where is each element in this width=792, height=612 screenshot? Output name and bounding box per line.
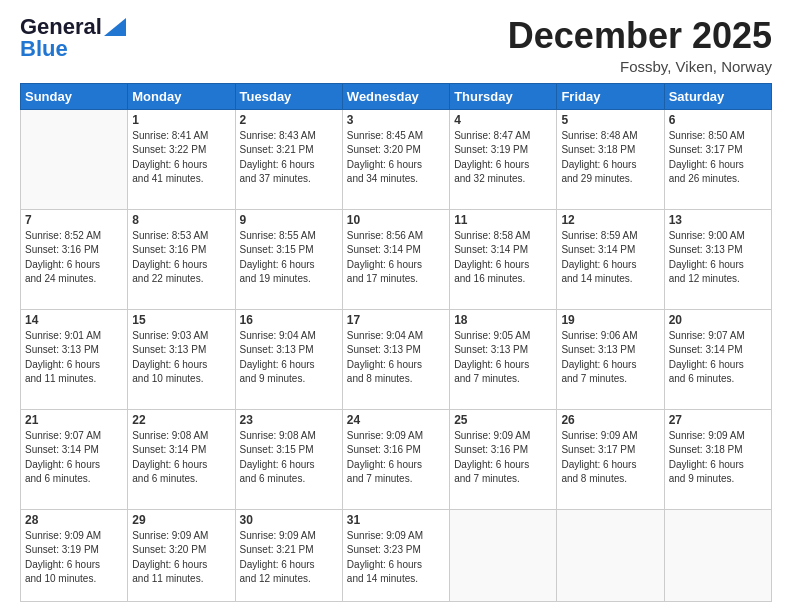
logo: General Blue: [20, 16, 126, 62]
day-number: 26: [561, 413, 659, 427]
day-detail: Sunrise: 9:09 AMSunset: 3:23 PMDaylight:…: [347, 529, 445, 587]
day-number: 15: [132, 313, 230, 327]
day-number: 10: [347, 213, 445, 227]
day-detail: Sunrise: 9:04 AMSunset: 3:13 PMDaylight:…: [347, 329, 445, 387]
day-number: 4: [454, 113, 552, 127]
table-row: 7Sunrise: 8:52 AMSunset: 3:16 PMDaylight…: [21, 209, 128, 309]
table-row: 21Sunrise: 9:07 AMSunset: 3:14 PMDayligh…: [21, 409, 128, 509]
day-number: 19: [561, 313, 659, 327]
day-number: 6: [669, 113, 767, 127]
day-detail: Sunrise: 8:43 AMSunset: 3:21 PMDaylight:…: [240, 129, 338, 187]
table-row: 5Sunrise: 8:48 AMSunset: 3:18 PMDaylight…: [557, 109, 664, 209]
day-detail: Sunrise: 9:07 AMSunset: 3:14 PMDaylight:…: [669, 329, 767, 387]
table-row: [21, 109, 128, 209]
day-number: 2: [240, 113, 338, 127]
day-detail: Sunrise: 9:03 AMSunset: 3:13 PMDaylight:…: [132, 329, 230, 387]
day-number: 5: [561, 113, 659, 127]
day-number: 24: [347, 413, 445, 427]
day-number: 17: [347, 313, 445, 327]
day-number: 18: [454, 313, 552, 327]
day-detail: Sunrise: 8:48 AMSunset: 3:18 PMDaylight:…: [561, 129, 659, 187]
table-row: 20Sunrise: 9:07 AMSunset: 3:14 PMDayligh…: [664, 309, 771, 409]
col-friday: Friday: [557, 83, 664, 109]
month-title: December 2025: [508, 16, 772, 56]
day-detail: Sunrise: 9:09 AMSunset: 3:20 PMDaylight:…: [132, 529, 230, 587]
day-number: 25: [454, 413, 552, 427]
day-number: 27: [669, 413, 767, 427]
day-number: 1: [132, 113, 230, 127]
day-detail: Sunrise: 8:50 AMSunset: 3:17 PMDaylight:…: [669, 129, 767, 187]
day-detail: Sunrise: 9:04 AMSunset: 3:13 PMDaylight:…: [240, 329, 338, 387]
day-detail: Sunrise: 9:09 AMSunset: 3:16 PMDaylight:…: [347, 429, 445, 487]
table-row: 13Sunrise: 9:00 AMSunset: 3:13 PMDayligh…: [664, 209, 771, 309]
table-row: 2Sunrise: 8:43 AMSunset: 3:21 PMDaylight…: [235, 109, 342, 209]
day-detail: Sunrise: 8:52 AMSunset: 3:16 PMDaylight:…: [25, 229, 123, 287]
day-detail: Sunrise: 8:59 AMSunset: 3:14 PMDaylight:…: [561, 229, 659, 287]
day-detail: Sunrise: 9:06 AMSunset: 3:13 PMDaylight:…: [561, 329, 659, 387]
table-row: 16Sunrise: 9:04 AMSunset: 3:13 PMDayligh…: [235, 309, 342, 409]
day-detail: Sunrise: 9:05 AMSunset: 3:13 PMDaylight:…: [454, 329, 552, 387]
day-detail: Sunrise: 8:45 AMSunset: 3:20 PMDaylight:…: [347, 129, 445, 187]
day-number: 29: [132, 513, 230, 527]
day-number: 28: [25, 513, 123, 527]
day-detail: Sunrise: 8:56 AMSunset: 3:14 PMDaylight:…: [347, 229, 445, 287]
table-row: 25Sunrise: 9:09 AMSunset: 3:16 PMDayligh…: [450, 409, 557, 509]
table-row: 19Sunrise: 9:06 AMSunset: 3:13 PMDayligh…: [557, 309, 664, 409]
logo-general: General: [20, 16, 102, 38]
col-monday: Monday: [128, 83, 235, 109]
table-row: 8Sunrise: 8:53 AMSunset: 3:16 PMDaylight…: [128, 209, 235, 309]
svg-marker-0: [104, 18, 126, 36]
day-detail: Sunrise: 8:47 AMSunset: 3:19 PMDaylight:…: [454, 129, 552, 187]
day-number: 31: [347, 513, 445, 527]
day-number: 3: [347, 113, 445, 127]
col-tuesday: Tuesday: [235, 83, 342, 109]
day-detail: Sunrise: 9:01 AMSunset: 3:13 PMDaylight:…: [25, 329, 123, 387]
table-row: [664, 509, 771, 601]
table-row: 24Sunrise: 9:09 AMSunset: 3:16 PMDayligh…: [342, 409, 449, 509]
day-number: 21: [25, 413, 123, 427]
table-row: [557, 509, 664, 601]
day-number: 30: [240, 513, 338, 527]
day-number: 7: [25, 213, 123, 227]
table-row: 30Sunrise: 9:09 AMSunset: 3:21 PMDayligh…: [235, 509, 342, 601]
header: General Blue December 2025 Fossby, Viken…: [20, 16, 772, 75]
table-row: 29Sunrise: 9:09 AMSunset: 3:20 PMDayligh…: [128, 509, 235, 601]
table-row: 15Sunrise: 9:03 AMSunset: 3:13 PMDayligh…: [128, 309, 235, 409]
table-row: 1Sunrise: 8:41 AMSunset: 3:22 PMDaylight…: [128, 109, 235, 209]
table-row: 27Sunrise: 9:09 AMSunset: 3:18 PMDayligh…: [664, 409, 771, 509]
col-sunday: Sunday: [21, 83, 128, 109]
day-detail: Sunrise: 9:09 AMSunset: 3:17 PMDaylight:…: [561, 429, 659, 487]
table-row: 12Sunrise: 8:59 AMSunset: 3:14 PMDayligh…: [557, 209, 664, 309]
day-number: 16: [240, 313, 338, 327]
title-block: December 2025 Fossby, Viken, Norway: [508, 16, 772, 75]
day-detail: Sunrise: 8:53 AMSunset: 3:16 PMDaylight:…: [132, 229, 230, 287]
table-row: 6Sunrise: 8:50 AMSunset: 3:17 PMDaylight…: [664, 109, 771, 209]
day-number: 8: [132, 213, 230, 227]
table-row: [450, 509, 557, 601]
table-row: 23Sunrise: 9:08 AMSunset: 3:15 PMDayligh…: [235, 409, 342, 509]
table-row: 22Sunrise: 9:08 AMSunset: 3:14 PMDayligh…: [128, 409, 235, 509]
day-number: 14: [25, 313, 123, 327]
day-number: 13: [669, 213, 767, 227]
table-row: 26Sunrise: 9:09 AMSunset: 3:17 PMDayligh…: [557, 409, 664, 509]
day-detail: Sunrise: 9:08 AMSunset: 3:15 PMDaylight:…: [240, 429, 338, 487]
table-row: 18Sunrise: 9:05 AMSunset: 3:13 PMDayligh…: [450, 309, 557, 409]
calendar-table: Sunday Monday Tuesday Wednesday Thursday…: [20, 83, 772, 602]
day-number: 22: [132, 413, 230, 427]
table-row: 11Sunrise: 8:58 AMSunset: 3:14 PMDayligh…: [450, 209, 557, 309]
day-detail: Sunrise: 9:09 AMSunset: 3:21 PMDaylight:…: [240, 529, 338, 587]
col-saturday: Saturday: [664, 83, 771, 109]
day-number: 12: [561, 213, 659, 227]
day-number: 11: [454, 213, 552, 227]
day-detail: Sunrise: 8:55 AMSunset: 3:15 PMDaylight:…: [240, 229, 338, 287]
table-row: 28Sunrise: 9:09 AMSunset: 3:19 PMDayligh…: [21, 509, 128, 601]
day-detail: Sunrise: 8:41 AMSunset: 3:22 PMDaylight:…: [132, 129, 230, 187]
table-row: 3Sunrise: 8:45 AMSunset: 3:20 PMDaylight…: [342, 109, 449, 209]
logo-blue: Blue: [20, 36, 68, 62]
table-row: 10Sunrise: 8:56 AMSunset: 3:14 PMDayligh…: [342, 209, 449, 309]
table-row: 9Sunrise: 8:55 AMSunset: 3:15 PMDaylight…: [235, 209, 342, 309]
table-row: 14Sunrise: 9:01 AMSunset: 3:13 PMDayligh…: [21, 309, 128, 409]
col-thursday: Thursday: [450, 83, 557, 109]
page: General Blue December 2025 Fossby, Viken…: [0, 0, 792, 612]
day-detail: Sunrise: 8:58 AMSunset: 3:14 PMDaylight:…: [454, 229, 552, 287]
